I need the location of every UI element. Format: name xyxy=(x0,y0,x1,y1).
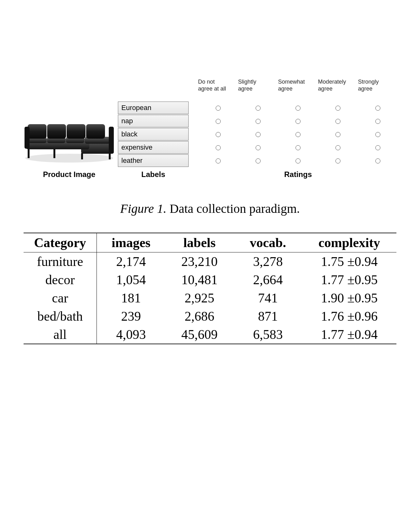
svg-rect-10 xyxy=(86,124,105,139)
cell-images: 2,174 xyxy=(97,254,165,269)
rating-cell xyxy=(198,106,238,111)
cell-category: all xyxy=(24,325,97,344)
figure-text: Data collection paradigm. xyxy=(167,202,300,216)
cell-category: car xyxy=(24,289,97,307)
rating-cell xyxy=(318,106,358,111)
radio-icon[interactable] xyxy=(216,132,221,137)
cell-vocab: 6,583 xyxy=(234,327,302,342)
panel-captions: Product Image Labels Ratings xyxy=(22,170,398,179)
rating-header-cell: Moderately agree xyxy=(318,79,358,92)
radio-icon[interactable] xyxy=(256,132,261,137)
cell-vocab: 741 xyxy=(234,290,302,306)
panel-row: European nap black expensive leather Do … xyxy=(22,79,398,168)
table-body: furniture 2,174 23,210 3,278 1.75 ±0.94 … xyxy=(24,252,396,344)
rating-cell xyxy=(238,106,278,111)
rating-row xyxy=(198,115,398,128)
radio-icon[interactable] xyxy=(216,106,221,111)
svg-rect-12 xyxy=(109,127,114,154)
cell-images: 1,054 xyxy=(97,272,165,287)
radio-icon[interactable] xyxy=(256,145,261,150)
table-row: bed/bath 239 2,686 871 1.76 ±0.96 xyxy=(24,307,396,325)
cell-labels: 45,609 xyxy=(165,327,234,342)
sofa-icon xyxy=(22,108,116,168)
radio-icon[interactable] xyxy=(375,106,380,111)
col-header-complexity: complexity xyxy=(302,235,396,250)
radio-icon[interactable] xyxy=(375,158,380,163)
radio-icon[interactable] xyxy=(216,158,221,163)
rating-cell xyxy=(278,132,318,137)
product-image-column xyxy=(22,95,116,168)
rating-cell xyxy=(318,158,358,163)
radio-icon[interactable] xyxy=(296,119,301,124)
radio-icon[interactable] xyxy=(375,119,380,124)
cell-images: 181 xyxy=(97,290,165,306)
table-row: car 181 2,925 741 1.90 ±0.95 xyxy=(24,289,396,307)
svg-point-0 xyxy=(25,154,113,163)
table-row: decor 1,054 10,481 2,664 1.77 ±0.95 xyxy=(24,271,396,289)
rating-row xyxy=(198,102,398,115)
rating-cell xyxy=(238,132,278,137)
radio-icon[interactable] xyxy=(256,106,261,111)
rating-row xyxy=(198,141,398,154)
radio-icon[interactable] xyxy=(256,119,261,124)
table-row: all 4,093 45,609 6,583 1.77 ±0.94 xyxy=(24,325,396,344)
rating-header-cell: Slightly agree xyxy=(238,79,278,92)
rating-cell xyxy=(358,145,398,150)
rating-header-cell: Do not agree at all xyxy=(198,79,238,92)
radio-icon[interactable] xyxy=(335,132,340,137)
rating-cell xyxy=(278,158,318,163)
col-header-vocab: vocab. xyxy=(234,235,302,250)
rating-cell xyxy=(318,145,358,150)
radio-icon[interactable] xyxy=(335,106,340,111)
cell-labels: 2,686 xyxy=(165,309,234,324)
label-chip: leather xyxy=(118,154,189,167)
rating-cell xyxy=(198,145,238,150)
rating-header-cell: Somewhat agree xyxy=(278,79,318,92)
label-chip: nap xyxy=(118,115,189,127)
radio-icon[interactable] xyxy=(216,119,221,124)
rating-cell xyxy=(358,158,398,163)
svg-rect-11 xyxy=(25,127,30,149)
cell-complexity: 1.76 ±0.96 xyxy=(302,309,396,324)
cell-images: 4,093 xyxy=(97,327,165,342)
cell-category: bed/bath xyxy=(24,307,97,325)
cell-complexity: 1.75 ±0.94 xyxy=(302,254,396,269)
radio-icon[interactable] xyxy=(335,145,340,150)
rating-cell xyxy=(238,145,278,150)
radio-icon[interactable] xyxy=(256,158,261,163)
rating-cell xyxy=(198,158,238,163)
rating-cell xyxy=(358,106,398,111)
radio-icon[interactable] xyxy=(296,106,301,111)
page: European nap black expensive leather Do … xyxy=(0,0,420,525)
table-row: furniture 2,174 23,210 3,278 1.75 ±0.94 xyxy=(24,252,396,271)
radio-icon[interactable] xyxy=(296,145,301,150)
rating-row xyxy=(198,128,398,141)
radio-icon[interactable] xyxy=(375,132,380,137)
radio-icon[interactable] xyxy=(296,158,301,163)
figure-caption: Figure 1. Data collection paradigm. xyxy=(0,201,420,216)
cell-labels: 2,925 xyxy=(165,290,234,306)
svg-rect-7 xyxy=(28,124,47,139)
label-chip: expensive xyxy=(118,141,189,154)
rating-cell xyxy=(358,119,398,124)
radio-icon[interactable] xyxy=(296,132,301,137)
cell-complexity: 1.77 ±0.94 xyxy=(302,327,396,342)
label-text: leather xyxy=(121,157,142,165)
label-text: black xyxy=(121,130,137,138)
ratings-column: Do not agree at all Slightly agree Somew… xyxy=(198,79,398,168)
rating-cell xyxy=(278,119,318,124)
caption-labels: Labels xyxy=(118,170,189,179)
cell-vocab: 2,664 xyxy=(234,272,302,287)
radio-icon[interactable] xyxy=(375,145,380,150)
col-header-labels: labels xyxy=(165,235,234,250)
table-header-row: Category images labels vocab. complexity xyxy=(24,233,396,252)
data-collection-panel: European nap black expensive leather Do … xyxy=(22,79,398,179)
labels-column: European nap black expensive leather xyxy=(118,102,189,168)
ratings-body xyxy=(198,102,398,168)
radio-icon[interactable] xyxy=(335,119,340,124)
radio-icon[interactable] xyxy=(216,145,221,150)
radio-icon[interactable] xyxy=(335,158,340,163)
cell-vocab: 871 xyxy=(234,309,302,324)
rating-cell xyxy=(318,119,358,124)
figure-number: Figure 1. xyxy=(120,202,166,216)
